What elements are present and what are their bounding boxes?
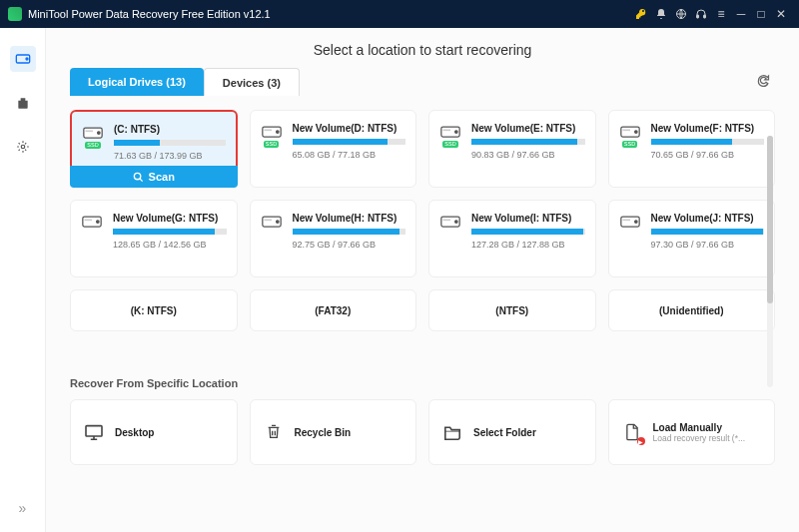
drive-card[interactable]: New Volume(J: NTFS)97.30 GB / 97.66 GB [608, 200, 776, 277]
drive-card[interactable]: (Unidentified) [608, 289, 776, 331]
drive-card[interactable]: SSDNew Volume(D: NTFS)65.08 GB / 77.18 G… [250, 110, 417, 188]
drive-card[interactable]: (K: NTFS) [70, 289, 238, 331]
svg-rect-12 [264, 130, 272, 132]
svg-rect-1 [697, 15, 699, 18]
drive-usage: 92.75 GB / 97.66 GB [293, 240, 406, 250]
drive-card[interactable]: SSDNew Volume(F: NTFS)70.65 GB / 97.66 G… [608, 110, 776, 188]
location-desktop[interactable]: Desktop [70, 399, 238, 465]
svg-rect-30 [622, 220, 630, 222]
ssd-badge: SSD [85, 142, 100, 149]
maximize-icon[interactable]: □ [751, 7, 771, 21]
drive-name: New Volume(F: NTFS) [651, 123, 765, 134]
svg-point-7 [98, 132, 101, 135]
svg-rect-8 [86, 131, 94, 133]
drive-usage: 127.28 GB / 127.88 GB [471, 240, 585, 250]
tab-devices[interactable]: Devices (3) [204, 68, 300, 96]
sidebar-item-recovery[interactable] [10, 46, 36, 72]
location-select-folder[interactable]: Select Folder [428, 399, 596, 465]
svg-rect-31 [86, 426, 102, 436]
document-icon: ▶ [621, 421, 643, 443]
drive-card[interactable]: (NTFS) [428, 289, 596, 331]
svg-point-5 [21, 145, 25, 149]
svg-rect-27 [443, 220, 451, 222]
scrollbar-thumb[interactable] [767, 136, 773, 303]
svg-rect-18 [622, 130, 630, 132]
scan-button[interactable]: Scan [70, 166, 238, 188]
drive-card[interactable]: New Volume(H: NTFS)92.75 GB / 97.66 GB [250, 200, 417, 277]
desktop-icon [83, 421, 105, 443]
refresh-icon[interactable] [756, 73, 775, 91]
svg-point-11 [276, 131, 279, 134]
sidebar-item-settings[interactable] [10, 134, 36, 160]
drive-usage: 90.83 GB / 97.66 GB [471, 150, 585, 160]
svg-point-20 [97, 221, 100, 224]
location-label: Load Manually [653, 422, 746, 433]
ssd-badge: SSD [264, 141, 279, 148]
svg-point-17 [634, 131, 637, 134]
drive-name: (FAT32) [315, 305, 351, 316]
svg-point-29 [634, 221, 637, 224]
drive-name: (K: NTFS) [131, 305, 177, 316]
drive-name: New Volume(G: NTFS) [113, 213, 227, 224]
drive-card[interactable]: New Volume(I: NTFS)127.28 GB / 127.88 GB [428, 200, 596, 277]
disk-icon: SSD [439, 125, 461, 177]
svg-rect-15 [443, 130, 451, 132]
disk-icon [619, 215, 641, 266]
location-sublabel: Load recovery result (*... [653, 433, 746, 443]
sidebar-collapse-icon[interactable]: » [19, 500, 27, 516]
key-icon[interactable] [631, 8, 651, 20]
usage-bar [114, 140, 226, 146]
drive-card[interactable]: SSDNew Volume(E: NTFS)90.83 GB / 97.66 G… [428, 110, 596, 188]
disk-icon: SSD [619, 125, 641, 177]
disk-icon [261, 215, 283, 266]
drive-card[interactable]: SSD(C: NTFS)71.63 GB / 173.99 GBScan [70, 110, 238, 188]
globe-icon[interactable] [671, 8, 691, 20]
svg-rect-24 [264, 220, 272, 222]
usage-bar [471, 139, 585, 145]
usage-bar [113, 229, 227, 235]
ssd-badge: SSD [442, 141, 457, 148]
headphones-icon[interactable] [691, 8, 711, 20]
trash-icon [263, 421, 285, 443]
svg-point-26 [455, 221, 458, 224]
svg-point-23 [276, 221, 279, 224]
location-load-manually[interactable]: ▶ Load Manually Load recovery result (*.… [608, 399, 776, 465]
usage-bar [651, 139, 765, 145]
location-label: Select Folder [473, 427, 536, 438]
drive-usage: 128.65 GB / 142.56 GB [113, 240, 227, 250]
usage-bar [471, 229, 585, 235]
drive-name: New Volume(D: NTFS) [293, 123, 406, 134]
titlebar: MiniTool Power Data Recovery Free Editio… [0, 0, 799, 28]
usage-bar [651, 229, 765, 235]
menu-icon[interactable]: ≡ [711, 7, 731, 21]
close-icon[interactable]: ✕ [771, 7, 791, 21]
svg-point-9 [134, 173, 140, 179]
drive-usage: 70.65 GB / 97.66 GB [651, 150, 765, 160]
usage-bar [293, 229, 406, 235]
drive-usage: 65.08 GB / 77.18 GB [293, 150, 406, 160]
svg-rect-2 [704, 15, 706, 18]
drive-name: New Volume(E: NTFS) [471, 123, 585, 134]
drive-card[interactable]: New Volume(G: NTFS)128.65 GB / 142.56 GB [70, 200, 238, 277]
drive-name: (NTFS) [495, 305, 528, 316]
disk-icon [81, 215, 103, 266]
sidebar-item-toolbox[interactable] [10, 90, 36, 116]
bell-icon[interactable] [651, 8, 671, 20]
section-title: Recover From Specific Location [46, 359, 799, 399]
scrollbar[interactable] [767, 136, 773, 387]
tab-logical-drives[interactable]: Logical Drives (13) [70, 68, 204, 96]
location-recycle-bin[interactable]: Recycle Bin [250, 399, 417, 465]
usage-bar [293, 139, 406, 145]
location-label: Recycle Bin [295, 427, 352, 438]
app-title: MiniTool Power Data Recovery Free Editio… [28, 8, 271, 20]
svg-point-4 [26, 58, 28, 60]
sidebar: » [0, 28, 46, 532]
ssd-badge: SSD [622, 141, 637, 148]
svg-point-14 [455, 131, 458, 134]
folder-icon [441, 421, 463, 443]
page-title: Select a location to start recovering [46, 28, 799, 68]
minimize-icon[interactable]: ─ [731, 7, 751, 21]
drive-card[interactable]: (FAT32) [250, 289, 417, 331]
disk-icon [439, 215, 461, 266]
drive-usage: 97.30 GB / 97.66 GB [651, 240, 765, 250]
